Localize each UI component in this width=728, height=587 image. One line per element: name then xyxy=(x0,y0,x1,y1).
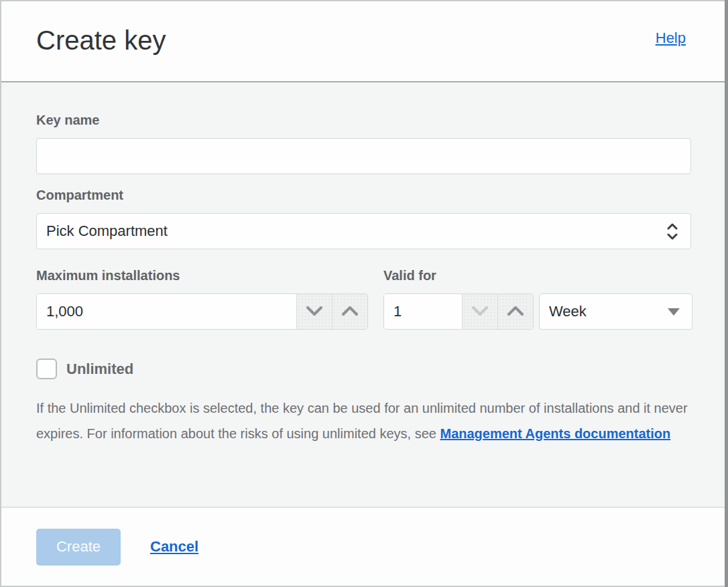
page-title: Create key xyxy=(36,24,166,56)
compartment-selected-value: Pick Compartment xyxy=(46,222,168,240)
management-agents-documentation-link[interactable]: Management Agents documentation xyxy=(440,426,671,441)
dialog-body: Key name Compartment Pick Compartment Ma… xyxy=(1,82,727,507)
valid-for-input[interactable] xyxy=(384,294,462,329)
key-name-label: Key name xyxy=(36,113,691,128)
chevron-up-icon xyxy=(507,306,524,318)
max-installations-decrement-button[interactable] xyxy=(296,294,332,329)
chevron-down-icon xyxy=(471,306,489,318)
max-installations-label: Maximum installations xyxy=(36,268,368,283)
chevron-down-icon xyxy=(306,306,323,318)
valid-for-label: Valid for xyxy=(383,268,693,283)
dialog-header: Create key Help xyxy=(1,1,727,82)
max-installations-increment-button[interactable] xyxy=(332,294,367,329)
unlimited-checkbox[interactable] xyxy=(36,358,57,379)
help-link[interactable]: Help xyxy=(656,29,686,47)
compartment-select[interactable]: Pick Compartment xyxy=(36,213,691,249)
installations-validity-row: Maximum installations xyxy=(36,268,691,330)
valid-for-field: Valid for Week xyxy=(383,268,693,330)
max-installations-stepper xyxy=(36,294,368,330)
valid-for-increment-button[interactable] xyxy=(497,294,533,329)
chevron-up-icon xyxy=(341,306,359,318)
max-installations-input[interactable] xyxy=(37,294,296,329)
dialog-footer: Create Cancel xyxy=(1,507,727,586)
valid-for-stepper xyxy=(383,294,534,330)
valid-for-decrement-button[interactable] xyxy=(462,294,497,329)
create-key-dialog: Create key Help Key name Compartment Pic… xyxy=(0,0,728,587)
sort-chevrons-icon xyxy=(666,223,678,240)
create-button[interactable]: Create xyxy=(36,529,121,566)
cancel-link[interactable]: Cancel xyxy=(150,538,198,556)
max-installations-field: Maximum installations xyxy=(36,268,368,330)
key-name-input[interactable] xyxy=(36,138,691,174)
window-scrollbar-track[interactable] xyxy=(725,0,728,587)
compartment-label: Compartment xyxy=(36,188,691,203)
unlimited-label: Unlimited xyxy=(66,361,133,378)
unlimited-row: Unlimited xyxy=(36,358,691,379)
valid-for-unit-select[interactable]: Week xyxy=(539,294,692,330)
caret-down-icon xyxy=(668,308,680,316)
valid-for-unit-value: Week xyxy=(549,303,587,320)
unlimited-note: If the Unlimited checkbox is selected, t… xyxy=(36,395,691,446)
